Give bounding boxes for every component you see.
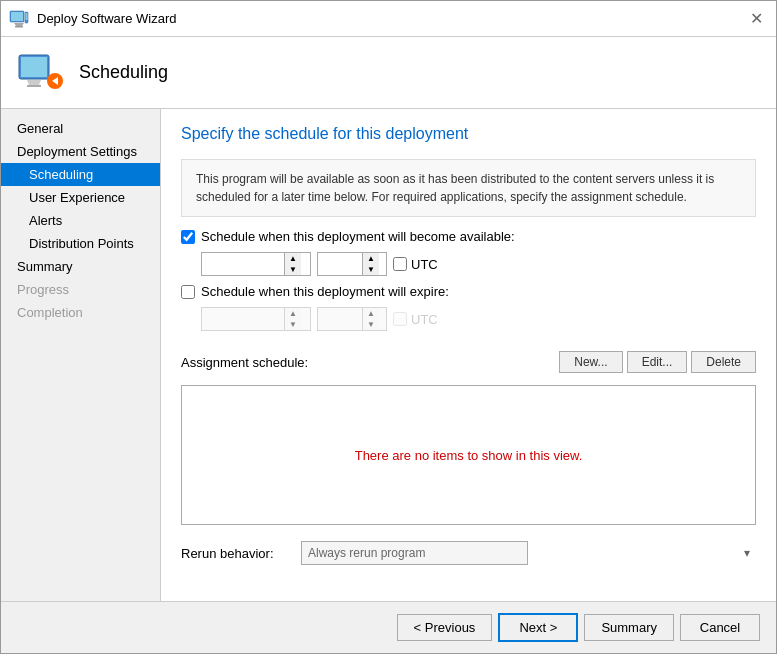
sidebar-item-summary[interactable]: Summary (1, 255, 160, 278)
svg-marker-8 (27, 80, 41, 85)
assignment-label: Assignment schedule: (181, 355, 308, 370)
page-title: Specify the schedule for this deployment (181, 125, 756, 143)
new-button[interactable]: New... (559, 351, 622, 373)
svg-rect-7 (21, 57, 47, 77)
available-utc-label: UTC (411, 257, 438, 272)
expire-date-field[interactable]: 2018-05-29 (202, 310, 284, 328)
expire-date-down[interactable]: ▼ (285, 319, 301, 330)
rerun-row: Rerun behavior: Always rerun program Nev… (181, 541, 756, 565)
available-label: Schedule when this deployment will becom… (201, 229, 515, 244)
available-date-down[interactable]: ▼ (285, 264, 301, 275)
available-input-row: 2018-05-29 ▲ ▼ 10:20 ▲ ▼ (181, 252, 756, 276)
form-section: Schedule when this deployment will becom… (181, 229, 756, 331)
content-area: General Deployment Settings Scheduling U… (1, 109, 776, 601)
available-date-spin: ▲ ▼ (284, 253, 301, 275)
sidebar-item-scheduling[interactable]: Scheduling (1, 163, 160, 186)
rerun-select[interactable]: Always rerun program Never rerun deploye… (301, 541, 528, 565)
expire-date-input[interactable]: 2018-05-29 ▲ ▼ (201, 307, 311, 331)
sidebar-item-completion: Completion (1, 301, 160, 324)
svg-rect-3 (15, 26, 23, 28)
summary-button[interactable]: Summary (584, 614, 674, 641)
sidebar-item-deployment-settings[interactable]: Deployment Settings (1, 140, 160, 163)
app-icon (9, 9, 29, 29)
header: Scheduling (1, 37, 776, 109)
expire-time-up[interactable]: ▲ (363, 308, 379, 319)
edit-button[interactable]: Edit... (627, 351, 688, 373)
svg-rect-5 (26, 13, 28, 20)
expire-date-spin: ▲ ▼ (284, 308, 301, 330)
window: Deploy Software Wizard ✕ Scheduling Gene… (0, 0, 777, 654)
footer: < Previous Next > Summary Cancel (1, 601, 776, 653)
available-time-spin: ▲ ▼ (362, 253, 379, 275)
available-utc-row: UTC (393, 257, 438, 272)
rerun-label: Rerun behavior: (181, 546, 291, 561)
expire-utc-checkbox[interactable] (393, 312, 407, 326)
window-title: Deploy Software Wizard (37, 11, 176, 26)
cancel-button[interactable]: Cancel (680, 614, 760, 641)
main-content: Specify the schedule for this deployment… (161, 109, 776, 601)
available-utc-checkbox[interactable] (393, 257, 407, 271)
expire-checkbox-row: Schedule when this deployment will expir… (181, 284, 756, 299)
sidebar-item-alerts[interactable]: Alerts (1, 209, 160, 232)
title-bar: Deploy Software Wizard ✕ (1, 1, 776, 37)
available-date-field[interactable]: 2018-05-29 (202, 255, 284, 273)
assignment-list: There are no items to show in this view. (181, 385, 756, 525)
expire-time-field[interactable]: 10:20 (318, 310, 362, 328)
expire-time-down[interactable]: ▼ (363, 319, 379, 330)
available-date-up[interactable]: ▲ (285, 253, 301, 264)
title-bar-left: Deploy Software Wizard (9, 9, 176, 29)
available-time-up[interactable]: ▲ (363, 253, 379, 264)
expire-time-spin: ▲ ▼ (362, 308, 379, 330)
header-title: Scheduling (79, 62, 168, 83)
delete-button[interactable]: Delete (691, 351, 756, 373)
info-text: This program will be available as soon a… (196, 172, 714, 204)
close-button[interactable]: ✕ (744, 7, 768, 31)
expire-label: Schedule when this deployment will expir… (201, 284, 449, 299)
svg-rect-1 (11, 12, 23, 21)
sidebar-item-general[interactable]: General (1, 117, 160, 140)
sidebar-item-progress: Progress (1, 278, 160, 301)
available-time-field[interactable]: 10:20 (318, 255, 362, 273)
no-items-text: There are no items to show in this view. (355, 448, 583, 463)
available-checkbox[interactable] (181, 230, 195, 244)
sidebar: General Deployment Settings Scheduling U… (1, 109, 161, 601)
expire-checkbox[interactable] (181, 285, 195, 299)
rerun-select-wrapper: Always rerun program Never rerun deploye… (301, 541, 756, 565)
expire-input-row: 2018-05-29 ▲ ▼ 10:20 ▲ ▼ (181, 307, 756, 331)
sidebar-item-distribution-points[interactable]: Distribution Points (1, 232, 160, 255)
sidebar-item-user-experience[interactable]: User Experience (1, 186, 160, 209)
assignment-header: Assignment schedule: New... Edit... Dele… (181, 351, 756, 373)
available-time-down[interactable]: ▼ (363, 264, 379, 275)
expire-utc-row: UTC (393, 312, 438, 327)
available-date-input[interactable]: 2018-05-29 ▲ ▼ (201, 252, 311, 276)
available-time-input[interactable]: 10:20 ▲ ▼ (317, 252, 387, 276)
available-checkbox-row: Schedule when this deployment will becom… (181, 229, 756, 244)
expire-utc-label: UTC (411, 312, 438, 327)
previous-button[interactable]: < Previous (397, 614, 493, 641)
expire-date-up[interactable]: ▲ (285, 308, 301, 319)
assignment-buttons: New... Edit... Delete (559, 351, 756, 373)
svg-marker-2 (14, 23, 24, 26)
info-box: This program will be available as soon a… (181, 159, 756, 217)
header-icon (17, 49, 65, 97)
next-button[interactable]: Next > (498, 613, 578, 642)
svg-rect-9 (27, 85, 41, 87)
expire-time-input[interactable]: 10:20 ▲ ▼ (317, 307, 387, 331)
